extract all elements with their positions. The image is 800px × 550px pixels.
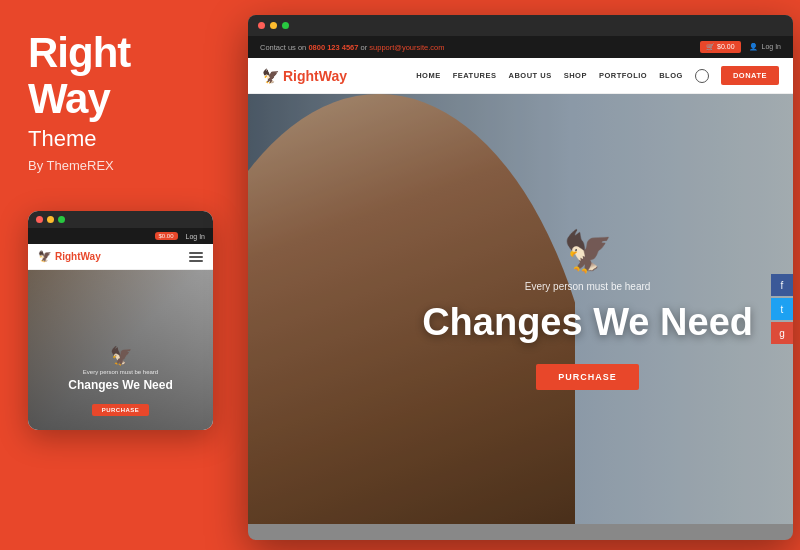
- desktop-dots-bar: [248, 15, 793, 36]
- hero-heading: Changes We Need: [422, 302, 753, 344]
- desktop-nav: 🦅 RightWay HOME FEATURES ABOUT US SHOP P…: [248, 58, 793, 94]
- mockup-heading: Changes We Need: [28, 378, 213, 392]
- theme-subtitle: Theme: [28, 126, 212, 152]
- logo-bird-icon: 🦅: [262, 68, 279, 84]
- dot-yellow: [47, 216, 54, 223]
- mockup-dots-bar: [28, 211, 213, 228]
- side-social-buttons: f t g: [771, 274, 793, 344]
- mockup-cart-badge: $0.00: [155, 232, 178, 240]
- hero-tagline: Every person must be heard: [422, 281, 753, 292]
- mockup-purchase-button[interactable]: PURCHASE: [92, 404, 150, 416]
- nav-about[interactable]: ABOUT US: [509, 71, 552, 80]
- mockup-hero: 🦅 Every person must be heard Changes We …: [28, 270, 213, 430]
- nav-portfolio[interactable]: PORTFOLIO: [599, 71, 647, 80]
- theme-title: Right Way: [28, 30, 212, 122]
- hamburger-icon[interactable]: [189, 252, 203, 262]
- mockup-logo-text: RightWay: [55, 251, 101, 262]
- nav-links: HOME FEATURES ABOUT US SHOP PORTFOLIO BL…: [416, 66, 779, 85]
- nav-blog[interactable]: BLOG: [659, 71, 683, 80]
- topbar-cart[interactable]: 🛒 $0.00: [700, 41, 740, 53]
- nav-home[interactable]: HOME: [416, 71, 441, 80]
- nav-shop[interactable]: SHOP: [564, 71, 587, 80]
- mockup-hero-content: 🦅 Every person must be heard Changes We …: [28, 345, 213, 416]
- left-panel: Right Way Theme By ThemeREX $0.00 Log In…: [0, 0, 240, 550]
- hero-purchase-button[interactable]: PURCHASE: [536, 364, 639, 390]
- hero-content: 🦅 Every person must be heard Changes We …: [422, 228, 753, 390]
- desktop-logo-text: RightWay: [283, 68, 347, 84]
- desktop-dot-yellow: [270, 22, 277, 29]
- facebook-button[interactable]: f: [771, 274, 793, 296]
- desktop-hero: 🦅 Every person must be heard Changes We …: [248, 94, 793, 524]
- mockup-logo: 🦅 RightWay: [38, 250, 101, 263]
- search-icon[interactable]: [695, 69, 709, 83]
- desktop-dot-green: [282, 22, 289, 29]
- desktop-topbar: Contact us on 0800 123 4567 or support@y…: [248, 36, 793, 58]
- donate-button[interactable]: DONATE: [721, 66, 779, 85]
- mockup-eagle-icon: 🦅: [28, 345, 213, 367]
- topbar-contact-text: Contact us on 0800 123 4567 or support@y…: [260, 43, 444, 52]
- mockup-tagline: Every person must be heard: [28, 369, 213, 375]
- dot-red: [36, 216, 43, 223]
- topbar-right: 🛒 $0.00 👤 Log In: [700, 41, 781, 53]
- theme-by: By ThemeREX: [28, 158, 212, 173]
- mockup-nav: 🦅 RightWay: [28, 244, 213, 270]
- dot-green: [58, 216, 65, 223]
- topbar-contact: Contact us on 0800 123 4567 or support@y…: [260, 43, 444, 52]
- mockup-topbar: $0.00 Log In: [28, 228, 213, 244]
- mobile-mockup: $0.00 Log In 🦅 RightWay 🦅 Every person m…: [28, 211, 213, 430]
- logo-bird-small-icon: 🦅: [38, 250, 52, 263]
- twitter-button[interactable]: t: [771, 298, 793, 320]
- topbar-login[interactable]: 👤 Log In: [749, 43, 781, 51]
- hero-eagle-icon: 🦅: [422, 228, 753, 275]
- desktop-logo: 🦅 RightWay: [262, 68, 347, 84]
- googleplus-button[interactable]: g: [771, 322, 793, 344]
- mockup-login: Log In: [186, 233, 205, 240]
- desktop-dot-red: [258, 22, 265, 29]
- nav-features[interactable]: FEATURES: [453, 71, 497, 80]
- desktop-mockup: Contact us on 0800 123 4567 or support@y…: [248, 15, 793, 540]
